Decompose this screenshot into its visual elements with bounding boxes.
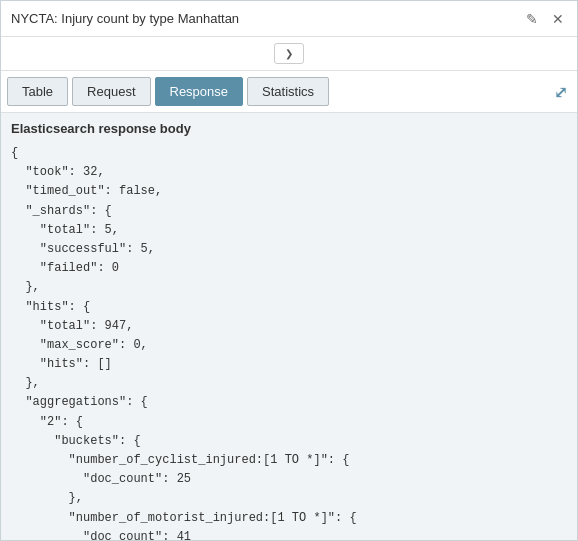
title-bar-actions: ✎ ✕ [523, 10, 567, 28]
tab-bar: Table Request Response Statistics ⤢ [1, 71, 577, 113]
tab-response[interactable]: Response [155, 77, 244, 106]
tab-statistics[interactable]: Statistics [247, 77, 329, 106]
chevron-down-icon: ❯ [285, 48, 293, 59]
code-area[interactable]: { "took": 32, "timed_out": false, "_shar… [1, 140, 577, 540]
title-bar: NYCTA: Injury count by type Manhattan ✎ … [1, 1, 577, 37]
main-window: NYCTA: Injury count by type Manhattan ✎ … [0, 0, 578, 541]
dropdown-button[interactable]: ❯ [274, 43, 304, 64]
dropdown-row: ❯ [1, 37, 577, 71]
section-label: Elasticsearch response body [1, 113, 577, 140]
expand-icon[interactable]: ⤢ [554, 82, 567, 101]
tab-table[interactable]: Table [7, 77, 68, 106]
content-area: Elasticsearch response body { "took": 32… [1, 113, 577, 540]
window-title: NYCTA: Injury count by type Manhattan [11, 11, 239, 26]
close-icon[interactable]: ✕ [549, 10, 567, 28]
code-block: { "took": 32, "timed_out": false, "_shar… [11, 144, 567, 540]
tab-request[interactable]: Request [72, 77, 150, 106]
edit-icon[interactable]: ✎ [523, 10, 541, 28]
